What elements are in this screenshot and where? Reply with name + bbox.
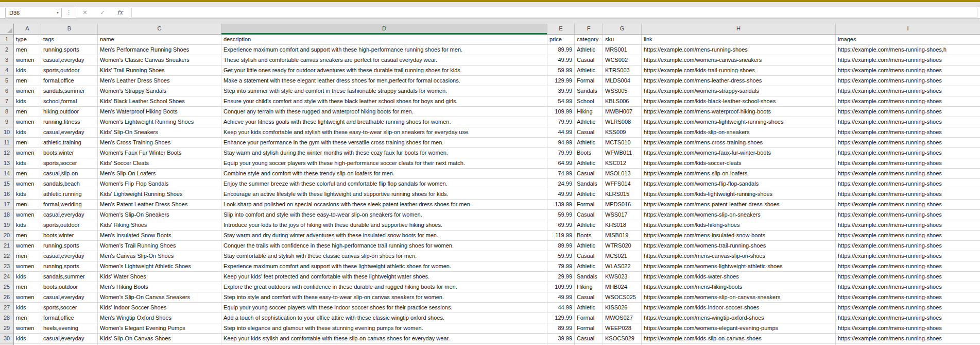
cell-G20[interactable]: MISB019 — [603, 231, 642, 241]
cell-C28[interactable]: Men's Wingtip Oxford Shoes — [98, 313, 221, 323]
row-header-11[interactable]: 11 — [0, 138, 14, 148]
cell-D9[interactable]: Achieve your fitness goals with these li… — [221, 117, 547, 127]
cell-C7[interactable]: Kids' Black Leather School Shoes — [98, 96, 221, 107]
cell-G1[interactable]: sku — [603, 35, 642, 45]
cell-D20[interactable]: Stay warm and dry during winter adventur… — [221, 231, 547, 241]
cell-H9[interactable]: https://example.com/womens-lightweight-r… — [642, 117, 836, 127]
cell-C27[interactable]: Kids' Indoor Soccer Shoes — [98, 303, 221, 313]
row-header-25[interactable]: 25 — [0, 282, 14, 292]
cell-I3[interactable]: https://example.com/mens-running-shoes — [836, 55, 980, 65]
row-header-22[interactable]: 22 — [0, 251, 14, 261]
enter-icon[interactable]: ✓ — [94, 8, 111, 17]
row-header-1[interactable]: 1 — [0, 35, 14, 45]
cell-C13[interactable]: Kids' Soccer Cleats — [98, 158, 221, 169]
row-header-13[interactable]: 13 — [0, 158, 14, 169]
row-header-27[interactable]: 27 — [0, 303, 14, 313]
cell-C17[interactable]: Men's Patent Leather Dress Shoes — [98, 200, 221, 210]
cell-G11[interactable]: MCTS010 — [603, 138, 642, 148]
cell-G23[interactable]: WLAS022 — [603, 261, 642, 272]
cell-I27[interactable]: https://example.com/mens-running-shoes — [836, 303, 980, 313]
cell-I15[interactable]: https://example.com/mens-running-shoes — [836, 179, 980, 189]
cell-E19[interactable]: 69.99 — [547, 220, 575, 231]
cell-B21[interactable]: running,sports — [41, 241, 98, 251]
cell-B16[interactable]: athletic,running — [41, 189, 98, 200]
cell-D13[interactable]: Equip your young soccer players with the… — [221, 158, 547, 169]
cell-I13[interactable]: https://example.com/mens-running-shoes — [836, 158, 980, 169]
cell-G2[interactable]: MRS001 — [603, 45, 642, 55]
cell-C5[interactable]: Men's Leather Dress Shoes — [98, 76, 221, 86]
cell-D22[interactable]: Stay comfortable and stylish with these … — [221, 251, 547, 261]
cell-A28[interactable]: men — [14, 313, 41, 323]
row-header-26[interactable]: 26 — [0, 292, 14, 303]
cell-I9[interactable]: https://example.com/mens-running-shoes — [836, 117, 980, 127]
cell-A20[interactable]: men — [14, 231, 41, 241]
cell-C23[interactable]: Women's Lightweight Athletic Shoes — [98, 261, 221, 272]
cell-H14[interactable]: https://example.com/mens-slip-on-loafers — [642, 169, 836, 179]
cell-I20[interactable]: https://example.com/mens-running-shoes — [836, 231, 980, 241]
cell-A14[interactable]: men — [14, 169, 41, 179]
column-header-G[interactable]: G — [603, 24, 642, 35]
cell-E1[interactable]: price — [547, 35, 575, 45]
row-header-24[interactable]: 24 — [0, 272, 14, 282]
row-header-30[interactable]: 30 — [0, 334, 14, 344]
cell-I11[interactable]: https://example.com/mens-running-shoes — [836, 138, 980, 148]
cell-A1[interactable]: type — [14, 35, 41, 45]
cell-B3[interactable]: casual,everyday — [41, 55, 98, 65]
cell-D3[interactable]: These stylish and comfortable canvas sne… — [221, 55, 547, 65]
cell-F2[interactable]: Athletic — [575, 45, 603, 55]
cell-H17[interactable]: https://example.com/mens-patent-leather-… — [642, 200, 836, 210]
cell-D7[interactable]: Ensure your child's comfort and style wi… — [221, 96, 547, 107]
cell-D16[interactable]: Encourage an active lifestyle with these… — [221, 189, 547, 200]
row-header-2[interactable]: 2 — [0, 45, 14, 55]
cell-G7[interactable]: KBLS006 — [603, 96, 642, 107]
cell-H12[interactable]: https://example.com/womens-faux-fur-wint… — [642, 148, 836, 158]
cell-F15[interactable]: Sandals — [575, 179, 603, 189]
cell-F3[interactable]: Casual — [575, 55, 603, 65]
cell-F23[interactable]: Athletic — [575, 261, 603, 272]
row-header-28[interactable]: 28 — [0, 313, 14, 323]
formula-input[interactable] — [131, 8, 977, 18]
cell-D19[interactable]: Introduce your kids to the joys of hikin… — [221, 220, 547, 231]
cell-D25[interactable]: Explore the great outdoors with confiden… — [221, 282, 547, 292]
cell-I29[interactable]: https://example.com/mens-running-shoes — [836, 323, 980, 334]
cell-B14[interactable]: casual,slip-on — [41, 169, 98, 179]
cell-I30[interactable]: https://example.com/mens-running-shoes — [836, 334, 980, 344]
cell-E3[interactable]: 49.99 — [547, 55, 575, 65]
cell-B22[interactable]: casual,everyday — [41, 251, 98, 261]
cell-I2[interactable]: https://example.com/mens-running-shoes,h — [836, 45, 980, 55]
cell-C30[interactable]: Kids' Slip-On Canvas Shoes — [98, 334, 221, 344]
row-header-17[interactable]: 17 — [0, 200, 14, 210]
cell-D12[interactable]: Stay warm and stylish during the winter … — [221, 148, 547, 158]
row-header-6[interactable]: 6 — [0, 86, 14, 96]
cell-B15[interactable]: sandals,beach — [41, 179, 98, 189]
cell-I16[interactable]: https://example.com/mens-running-shoes — [836, 189, 980, 200]
cell-H23[interactable]: https://example.com/womens-lightweight-a… — [642, 261, 836, 272]
cell-E8[interactable]: 109.99 — [547, 107, 575, 117]
cell-H25[interactable]: https://example.com/mens-hiking-boots — [642, 282, 836, 292]
cell-I8[interactable]: https://example.com/mens-running-shoes — [836, 107, 980, 117]
cell-B8[interactable]: hiking,outdoor — [41, 107, 98, 117]
cell-G24[interactable]: KWS023 — [603, 272, 642, 282]
cell-E2[interactable]: 89.99 — [547, 45, 575, 55]
cell-E30[interactable]: 39.99 — [547, 334, 575, 344]
cell-B24[interactable]: sandals,summer — [41, 272, 98, 282]
cell-G17[interactable]: MPDS016 — [603, 200, 642, 210]
cell-H28[interactable]: https://example.com/mens-wingtip-oxford-… — [642, 313, 836, 323]
cell-H16[interactable]: https://example.com/kids-lightweight-run… — [642, 189, 836, 200]
cell-A13[interactable]: kids — [14, 158, 41, 169]
cell-F10[interactable]: Casual — [575, 127, 603, 138]
cell-A29[interactable]: women — [14, 323, 41, 334]
cell-G15[interactable]: WFFS014 — [603, 179, 642, 189]
cell-C8[interactable]: Men's Waterproof Hiking Boots — [98, 107, 221, 117]
cell-D26[interactable]: Step into style and comfort with these e… — [221, 292, 547, 303]
cell-A15[interactable]: women — [14, 179, 41, 189]
cell-A3[interactable]: women — [14, 55, 41, 65]
cell-A26[interactable]: women — [14, 292, 41, 303]
cell-D15[interactable]: Enjoy the summer breeze with these color… — [221, 179, 547, 189]
cell-F18[interactable]: Casual — [575, 210, 603, 220]
cell-F20[interactable]: Boots — [575, 231, 603, 241]
cell-B4[interactable]: sports,outdoor — [41, 65, 98, 76]
cell-G13[interactable]: KSC012 — [603, 158, 642, 169]
cell-E10[interactable]: 44.99 — [547, 127, 575, 138]
cell-F9[interactable]: Athletic — [575, 117, 603, 127]
